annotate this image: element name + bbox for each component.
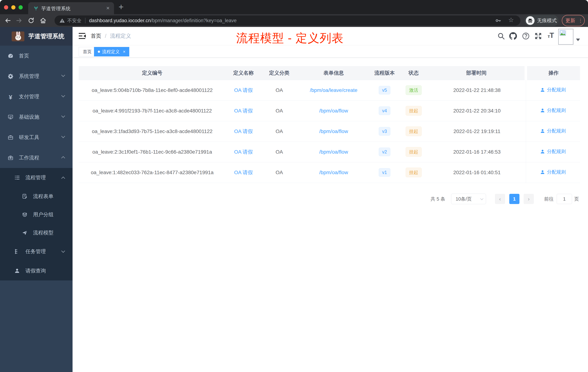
tab-title: 芋道管理系统 (41, 5, 71, 12)
fullscreen-icon[interactable] (534, 32, 542, 40)
sidebar-item-process-form[interactable]: 流程表单 (0, 187, 73, 206)
window-minimize-button[interactable] (11, 5, 15, 10)
assign-rule-link[interactable]: 分配规则 (540, 148, 566, 155)
paper-plane-icon (22, 230, 28, 236)
browser-menu-dots-icon[interactable]: ⋮ (578, 19, 583, 22)
status-badge: 挂起 (406, 147, 422, 157)
window-zoom-button[interactable] (19, 5, 23, 10)
reload-icon[interactable] (28, 17, 34, 24)
security-warning-icon (59, 18, 65, 23)
sidebar-item-leave-query[interactable]: 请假查询 (0, 261, 73, 280)
pagination-goto-input[interactable]: 1 (557, 194, 572, 204)
table-row: oa_leave:1:482ec033-762a-11ec-8477-a2380… (79, 162, 580, 183)
back-icon[interactable] (4, 17, 11, 24)
definition-name-link[interactable]: OA 请假 (234, 87, 253, 93)
col-process-version: 流程版本 (370, 66, 399, 80)
security-label[interactable]: 不安全 (67, 17, 82, 24)
table-row: oa_leave:5:004b710b-7b8a-11ec-8ef0-acde4… (79, 80, 580, 100)
new-tab-button[interactable]: + (118, 2, 124, 12)
sidebar-item-infrastructure[interactable]: 基础设施 (0, 107, 73, 127)
sidebar-item-system[interactable]: 系统管理 (0, 66, 73, 87)
browser-update-button[interactable]: 更新 ⋮ (562, 15, 585, 26)
definition-id: oa_leave:3:1fad3d93-7b75-11ec-a3c8-acde4… (79, 121, 226, 142)
gear-icon (8, 73, 13, 79)
sidebar-item-user-group[interactable]: 用户分组 (0, 206, 73, 224)
breadcrumb-home[interactable]: 首页 (91, 33, 101, 40)
form-info-link[interactable]: /bpm/oa/flow (319, 149, 348, 155)
github-icon[interactable] (509, 32, 517, 40)
assign-rule-link[interactable]: 分配规则 (540, 169, 566, 175)
help-icon[interactable] (522, 32, 530, 40)
definition-name-link[interactable]: OA 请假 (234, 170, 253, 175)
avatar[interactable] (558, 29, 573, 45)
browser-tab[interactable]: 芋道管理系统 × (28, 2, 114, 14)
pagination-page-1[interactable]: 1 (509, 194, 519, 204)
avatar-caret-down-icon[interactable] (576, 39, 580, 41)
breadcrumb: 首页 / 流程定义 (91, 27, 131, 45)
breadcrumb-current: 流程定义 (110, 33, 131, 40)
chevron-up-icon (61, 176, 65, 180)
user-icon (540, 170, 545, 175)
status-badge: 挂起 (406, 106, 422, 116)
incognito-label: 无痕模式 (537, 17, 557, 24)
search-icon[interactable] (497, 32, 505, 40)
version-badge: v1 (379, 168, 390, 177)
password-key-icon[interactable] (495, 17, 502, 24)
form-info-link[interactable]: /bpm/oa/flow (319, 129, 348, 134)
tag-home[interactable]: 首页 (79, 47, 96, 56)
deploy-time: 2022-01-22 21:48:38 (428, 80, 526, 100)
form-edit-icon (22, 194, 28, 199)
definition-id: oa_leave:1:482ec033-762a-11ec-8477-a2380… (79, 162, 226, 183)
definition-id: oa_leave:5:004b710b-7b8a-11ec-8ef0-acde4… (79, 80, 226, 100)
col-deploy-time: 部署时间 (428, 66, 526, 80)
sidebar-item-process-model[interactable]: 流程模型 (0, 224, 73, 242)
home-icon[interactable] (40, 17, 47, 24)
pagination-next-button[interactable]: › (524, 194, 534, 204)
definition-table: 定义编号 定义名称 定义分类 表单信息 流程版本 状态 部署时间 操作 oa_l… (79, 66, 580, 183)
sidebar-item-task-management[interactable]: 任务管理 (0, 242, 73, 261)
sidebar-item-payment[interactable]: ¥ 支付管理 (0, 87, 73, 107)
form-info-link[interactable]: /bpm/oa/flow (319, 108, 348, 114)
chevron-down-icon (61, 73, 65, 77)
sidebar-item-home[interactable]: 首页 (0, 46, 73, 66)
definition-name-link[interactable]: OA 请假 (234, 129, 253, 134)
assign-rule-link[interactable]: 分配规则 (540, 128, 566, 134)
definition-name-link[interactable]: OA 请假 (234, 108, 253, 114)
table-row: oa_leave:4:991f2193-7b7f-11ec-a3c8-acde4… (79, 100, 580, 121)
assign-rule-link[interactable]: 分配规则 (540, 87, 566, 93)
sidebar-item-dev-tools[interactable]: 研发工具 (0, 127, 73, 148)
assign-rule-link[interactable]: 分配规则 (540, 107, 566, 114)
page-size-select[interactable]: 10条/页 (451, 194, 486, 204)
tab-close-icon[interactable]: × (106, 5, 110, 11)
url-host: dashboard.yudao.iocoder.cn (89, 18, 151, 23)
bookmark-star-icon[interactable]: ☆ (508, 16, 514, 23)
tag-close-icon[interactable]: × (123, 49, 126, 54)
definition-category: OA (261, 142, 297, 162)
url-bar[interactable]: 不安全 dashboard.yudao.iocoder.cn/bpm/manag… (54, 15, 520, 26)
red-annotation-text: 流程模型 - 定义列表 (236, 30, 344, 46)
definition-category: OA (261, 121, 297, 142)
pagination-prev-button[interactable]: ‹ (495, 194, 505, 204)
person-icon (14, 268, 20, 274)
sidebar-item-process-management[interactable]: 流程管理 (0, 168, 73, 187)
url-path: /bpm/manager/definition?key=oa_leave (151, 18, 237, 23)
version-badge: v3 (379, 127, 390, 136)
chevron-down-icon (61, 134, 65, 138)
app-header: 首页 / 流程定义 流程模型 - 定义列表 тT (73, 27, 588, 45)
forward-icon[interactable] (16, 17, 22, 24)
chevron-up-icon (61, 156, 65, 160)
table-header: 定义编号 定义名称 定义分类 表单信息 流程版本 状态 部署时间 操作 (79, 66, 580, 80)
form-info-link[interactable]: /bpm/oa/leave/create (310, 87, 357, 93)
sidebar-collapse-icon[interactable] (79, 33, 86, 39)
sidebar: 芋道管理系统 首页 系统管理 ¥ 支付管理 基础设施 (0, 27, 73, 372)
tag-process-definition[interactable]: 流程定义 × (94, 47, 129, 56)
definition-id: oa_leave:4:991f2193-7b7f-11ec-a3c8-acde4… (79, 100, 226, 121)
browser-tab-strip: 芋道管理系统 × + (0, 0, 588, 14)
form-info-link[interactable]: /bpm/oa/flow (319, 170, 348, 175)
window-close-button[interactable] (4, 5, 8, 10)
definition-category: OA (261, 80, 297, 100)
font-size-icon[interactable]: тT (548, 31, 556, 39)
update-label[interactable]: 更新 (566, 17, 575, 24)
definition-name-link[interactable]: OA 请假 (234, 149, 253, 155)
sidebar-item-workflow[interactable]: 工作流程 (0, 148, 73, 168)
